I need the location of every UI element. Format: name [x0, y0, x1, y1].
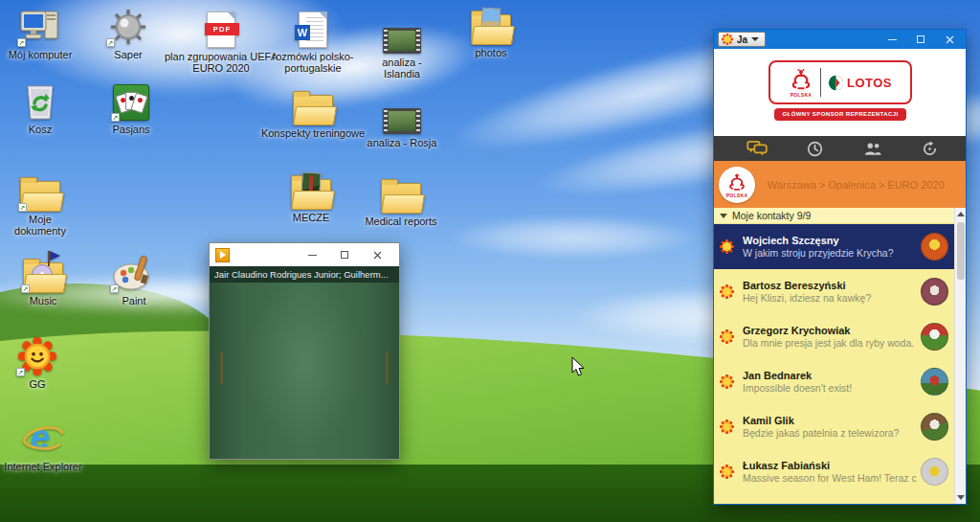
desktop-icon-analiza-rosja[interactable]: analiza - Rosja — [366, 94, 438, 148]
contact-name: Łukasz Fabiański — [743, 459, 917, 472]
polska-crest-label: POLSKA — [791, 92, 813, 98]
minesweeper-mine-icon — [108, 6, 148, 46]
contact-row-grzegorz-krychowiak[interactable]: Grzegorz Krychowiak Dla mnie presja jest… — [714, 314, 954, 359]
desktop-icon-saper[interactable]: Saper — [92, 6, 165, 60]
polska-badge-label: POLSKA — [726, 193, 748, 198]
maximize-button[interactable] — [906, 30, 935, 49]
contact-name: Bartosz Bereszyński — [743, 279, 917, 292]
tab-history[interactable] — [800, 138, 829, 159]
desktop-icon-label: Moje dokumenty — [4, 214, 77, 237]
tab-updates[interactable] — [916, 138, 945, 159]
desktop-icon-label: analiza - Islandia — [366, 57, 438, 79]
shortcut-arrow-icon — [18, 203, 27, 212]
minimize-button[interactable] — [296, 245, 328, 264]
contact-name: Grzegorz Krychowiak — [743, 324, 917, 337]
desktop-icon-moje-dokumenty[interactable]: Moje dokumenty — [4, 170, 77, 237]
video-file-icon — [383, 94, 421, 134]
contact-row-wojciech-szczesny[interactable]: Wojciech Szczęsny W jakim stroju przyjed… — [714, 224, 954, 269]
contact-avatar — [921, 368, 948, 396]
desktop: Mój komputer Saper PDF plan zgrupowania … — [0, 0, 980, 522]
ie-e-glyph: e — [31, 418, 50, 457]
status-online-icon — [720, 465, 735, 479]
location-banner: POLSKA Warszawa > Opalenica > EURO 2020 — [714, 161, 966, 208]
desktop-icon-label: Pasjans — [112, 124, 149, 135]
desktop-icon-analiza-islandia[interactable]: analiza - Islandia — [366, 13, 438, 79]
scroll-up-icon[interactable] — [957, 212, 965, 216]
contact-status-message: Impossible doesn't exist! — [743, 382, 917, 395]
lotos-wordmark: LOTOS — [847, 76, 892, 90]
scrollbar[interactable] — [954, 208, 966, 504]
player-titlebar[interactable] — [210, 243, 399, 266]
contact-row-bartosz-bereszynski[interactable]: Bartosz Bereszyński Hej Kliszi, idziesz … — [714, 269, 954, 314]
desktop-icon-music[interactable]: Music — [7, 252, 79, 306]
lotos-logo: LOTOS — [828, 75, 892, 91]
desktop-icon-paint[interactable]: Paint — [98, 252, 170, 306]
status-online-icon — [720, 329, 735, 344]
contact-name: Jan Bednarek — [743, 369, 917, 382]
contact-row-kamil-glik[interactable]: Kamil Glik Będzie jakaś patelnia z telew… — [714, 404, 954, 449]
word-badge: W — [295, 25, 310, 40]
music-folder-icon — [23, 252, 63, 292]
polska-badge: POLSKA — [719, 167, 755, 203]
polska-crest-icon: POLSKA — [789, 67, 813, 98]
shortcut-arrow-icon — [21, 284, 30, 293]
desktop-icon-label: Paint — [122, 295, 145, 306]
desktop-icon-label: analiza - Rosja — [368, 137, 437, 148]
my-computer-icon — [19, 6, 61, 46]
player-media-title: Jair Claudino Rodrigues Junior; Guilherm… — [210, 266, 399, 283]
desktop-icon-konspekty[interactable]: Konspekty treningowe — [256, 84, 370, 139]
folder-icon — [20, 170, 60, 211]
sponsor-ribbon: GŁÓWNY SPONSOR REPREZENTACJI — [774, 108, 906, 121]
chevron-down-icon — [720, 214, 727, 218]
contact-status-message: Będzie jakaś patelnia z telewizora? — [743, 427, 917, 440]
desktop-icon-photos[interactable]: photos — [455, 4, 527, 58]
desktop-icon-gg[interactable]: GG — [1, 335, 74, 390]
desktop-icon-label: Music — [30, 295, 57, 306]
pdf-file-icon: PDF — [207, 8, 235, 48]
desktop-icon-internet-explorer[interactable]: e Internet Explorer — [0, 418, 91, 472]
contact-avatar — [921, 323, 948, 351]
contact-status-message: Massive season for West Ham! Teraz czas — [743, 472, 917, 485]
desktop-icon-label: Saper — [114, 49, 142, 60]
folder-icon — [293, 84, 333, 125]
contacts-group-header[interactable]: Moje kontakty 9/9 — [714, 208, 954, 224]
divider — [820, 68, 821, 97]
desktop-icon-my-computer[interactable]: Mój komputer — [4, 6, 77, 60]
desktop-icon-pasjans[interactable]: Pasjans — [95, 80, 167, 135]
minimize-button[interactable] — [878, 30, 906, 49]
scroll-down-icon[interactable] — [957, 495, 965, 500]
messenger-window: Ja — [713, 29, 967, 505]
contact-name: Wojciech Szczęsny — [743, 234, 917, 247]
video-content[interactable] — [210, 283, 399, 459]
messenger-titlebar[interactable]: Ja — [714, 30, 966, 49]
contact-row-lukasz-fabianski[interactable]: Łukasz Fabiański Massive season for West… — [714, 449, 954, 494]
pitch-mark — [220, 352, 223, 384]
desktop-icon-label: Internet Explorer — [4, 461, 81, 472]
tab-chats[interactable] — [743, 138, 771, 159]
close-button[interactable] — [361, 245, 393, 264]
tab-contacts[interactable] — [858, 138, 887, 159]
user-menu-button[interactable]: Ja — [718, 32, 766, 47]
desktop-icon-label: rozmówki polsko-portugalskie — [256, 51, 370, 74]
sponsor-banner: POLSKA LOTOS GŁÓWNY SPONSOR REPREZENTACJ… — [714, 49, 966, 136]
sponsor-card: POLSKA LOTOS — [768, 60, 912, 104]
desktop-icon-kosz[interactable]: Kosz — [4, 80, 77, 135]
desktop-icon-word-rozmowki[interactable]: W rozmówki polsko-portugalskie — [256, 8, 370, 74]
contacts-group-label: Moje kontakty 9/9 — [732, 210, 811, 221]
status-online-icon — [720, 284, 735, 299]
photos-folder-icon — [471, 4, 511, 44]
maximize-button[interactable] — [328, 245, 361, 264]
contact-row-jan-bednarek[interactable]: Jan Bednarek Impossible doesn't exist! — [714, 359, 954, 404]
gg-sun-icon — [18, 335, 56, 375]
desktop-icon-medical-reports[interactable]: Medical reports — [344, 172, 458, 227]
shortcut-arrow-icon — [111, 113, 120, 122]
desktop-icon-label: Mój komputer — [9, 49, 73, 60]
word-file-icon: W — [299, 8, 327, 48]
scrollbar-thumb[interactable] — [957, 222, 965, 280]
mouse-cursor — [571, 356, 586, 381]
folder-icon — [381, 172, 421, 213]
close-button[interactable] — [935, 30, 964, 49]
contact-status-message: Hej Kliszi, idziesz na kawkę? — [743, 292, 917, 305]
paint-palette-icon — [112, 252, 156, 292]
desktop-icon-mecze[interactable]: MECZE — [275, 169, 347, 223]
